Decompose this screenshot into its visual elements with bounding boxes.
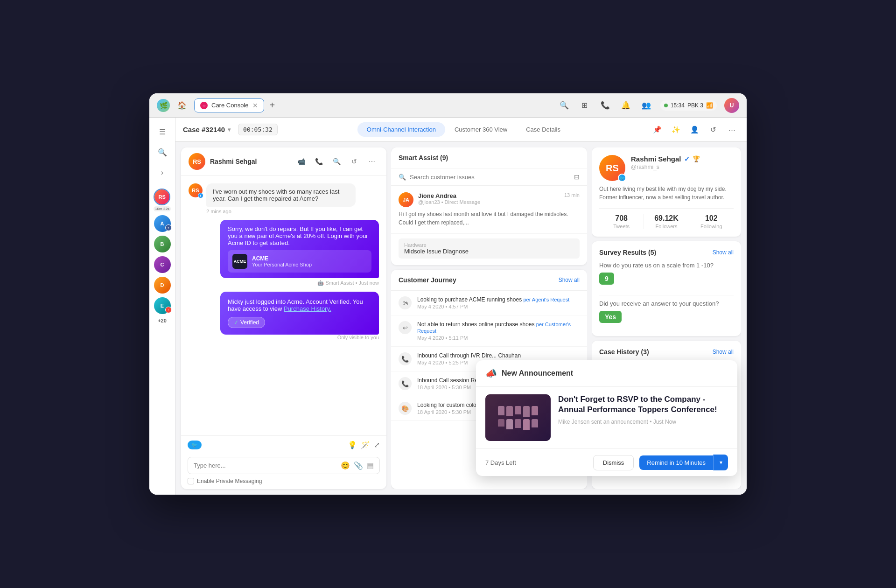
attach-icon[interactable]: 📎 xyxy=(354,461,363,470)
announcement-text: Don't Forget to RSVP to the Company - An… xyxy=(558,394,728,441)
msg-channel-badge: t xyxy=(198,193,203,198)
filter-icon[interactable]: ⊟ xyxy=(574,173,580,181)
survey-header: Survey Results (5) Show all xyxy=(599,249,734,256)
more-chat-icon[interactable]: ⋯ xyxy=(365,154,379,168)
lightbulb-icon[interactable]: 💡 xyxy=(348,441,357,449)
remind-dropdown-button[interactable]: ▾ xyxy=(713,455,728,470)
announcement-overlay: 📣 New Announcement xyxy=(476,360,737,476)
sidebar-avatar-active[interactable]: RS 10m 32s xyxy=(154,189,171,211)
issue-card-1[interactable]: JA Jione Andrea @jioan23 • Direct Messag… xyxy=(391,186,587,234)
tweets-value: 708 xyxy=(599,214,644,223)
sidebar-avatar-6[interactable]: E ! xyxy=(154,297,171,314)
profile-stats: 708 Tweets 69.12K Followers 102 Followin… xyxy=(599,208,734,229)
pin-icon[interactable]: 📌 xyxy=(650,122,665,137)
journey-icon-5: 🎨 xyxy=(399,402,412,415)
smart-assist-icon-small: 🤖 xyxy=(317,280,324,286)
smart-assist-panel: Smart Assist (9) 🔍 ⊟ JA Jione Andrea xyxy=(391,147,587,265)
journey-title-2: Not able to return shoes online purchase… xyxy=(417,321,580,334)
acme-card: ACME ACME Your Personal Acme Shop xyxy=(228,250,371,273)
survey-question-1: How do you rate us on a scale from 1 -10… xyxy=(599,262,734,269)
case-history-title: Case History (3) xyxy=(599,348,649,356)
journey-item-1[interactable]: 🛍 Looking to purchase ACME running shoes… xyxy=(391,291,587,315)
dismiss-button[interactable]: Dismiss xyxy=(593,455,634,470)
visibility-note: Only visible to you xyxy=(337,335,379,340)
case-number[interactable]: Case #32140 ▾ xyxy=(183,126,231,133)
call-icon[interactable]: 📞 xyxy=(312,154,326,168)
sidebar-avatar-5[interactable]: D xyxy=(154,277,171,294)
search-chat-icon[interactable]: 🔍 xyxy=(329,154,343,168)
journey-header: Customer Journey Show all xyxy=(391,270,587,291)
tab-label: Care Console xyxy=(211,102,249,109)
phone-icon[interactable]: 📞 xyxy=(599,99,612,112)
tab-omnichannel[interactable]: Omni-Channel Interaction xyxy=(357,122,445,137)
add-tab-button[interactable]: + xyxy=(270,100,275,111)
twitter-badge: 🐦 xyxy=(188,441,202,449)
journey-show-all[interactable]: Show all xyxy=(559,277,580,283)
journey-date-2: May 4 2020 • 5:11 PM xyxy=(417,335,580,341)
announcement-image xyxy=(485,394,551,441)
message-sent-verified: Micky just logged into Acme. Account Ver… xyxy=(189,292,379,340)
person-icon[interactable]: 👤 xyxy=(687,122,702,137)
msg-bubble-sent-1: Sorry, we don't do repairs. But If you l… xyxy=(220,220,379,278)
sidebar-search-icon[interactable]: 🔍 xyxy=(154,144,171,161)
checkbox[interactable] xyxy=(188,478,194,484)
journey-title-3: Inbound Call through IVR Dire... Chauhan xyxy=(417,352,580,359)
chat-panel: RS Rashmi Sehgal 📹 📞 🔍 ↺ ⋯ xyxy=(181,147,386,489)
smart-assist-title: Smart Assist (9) xyxy=(399,154,448,161)
grid-icon[interactable]: ⊞ xyxy=(578,99,591,112)
chat-messages: RS t I've worn out my shoes with so many… xyxy=(181,176,386,435)
tab-customer360[interactable]: Customer 360 View xyxy=(445,122,517,137)
stat-tweets: 708 Tweets xyxy=(599,214,644,229)
home-icon[interactable]: 🏠 xyxy=(175,99,189,112)
survey-panel: Survey Results (5) Show all How do you r… xyxy=(592,241,741,336)
video-icon[interactable]: 📹 xyxy=(294,154,308,168)
announcement-icon: 📣 xyxy=(485,368,497,379)
sidebar-avatar-4[interactable]: C xyxy=(154,256,171,273)
crowd-silhouettes xyxy=(498,406,538,430)
user-avatar[interactable]: U xyxy=(724,98,739,113)
announcement-image-overlay xyxy=(485,394,551,441)
magic-icon[interactable]: 🪄 xyxy=(361,441,370,449)
tab-case-details[interactable]: Case Details xyxy=(517,122,570,137)
format-icon[interactable]: ▤ xyxy=(367,461,374,470)
more-icon[interactable]: ⋯ xyxy=(724,122,739,137)
tab-icon: 💗 xyxy=(200,102,208,109)
profile-avatar: RS 🐦 xyxy=(599,155,625,181)
survey-answer-2: Yes xyxy=(599,311,622,323)
more-conversations[interactable]: +20 xyxy=(158,318,167,323)
refresh-chat-icon[interactable]: ↺ xyxy=(347,154,361,168)
profile-handle: @rashmi_s xyxy=(631,164,734,170)
bell-icon[interactable]: 🔔 xyxy=(619,99,632,112)
trophy-icon: 🏆 xyxy=(693,155,700,162)
journey-item-2[interactable]: ↩ Not able to return shoes online purcha… xyxy=(391,315,587,347)
refresh-icon[interactable]: ↺ xyxy=(706,122,721,137)
survey-title: Survey Results (5) xyxy=(599,249,656,256)
sparkle-icon[interactable]: ✨ xyxy=(668,122,683,137)
purchase-link[interactable]: Purchase History. xyxy=(284,305,331,312)
case-history-show-all[interactable]: Show all xyxy=(713,349,734,355)
sidebar-avatar-3[interactable]: B xyxy=(154,236,171,252)
search-browser-icon[interactable]: 🔍 xyxy=(558,99,571,112)
journey-title: Customer Journey xyxy=(399,276,456,284)
chat-input[interactable] xyxy=(194,462,337,469)
sidebar-avatar-2[interactable]: A f xyxy=(154,215,171,232)
case-chevron-icon: ▾ xyxy=(228,126,231,133)
emoji-icon[interactable]: 😊 xyxy=(341,461,350,470)
tab-close-icon[interactable]: ✕ xyxy=(252,102,258,109)
private-messaging-checkbox[interactable]: Enable Private Messaging xyxy=(188,478,380,484)
remind-button[interactable]: Remind in 10 Minutes xyxy=(639,455,713,470)
people-icon[interactable]: 👥 xyxy=(640,99,653,112)
survey-answer-1: 9 xyxy=(599,273,614,285)
survey-show-all[interactable]: Show all xyxy=(713,249,734,256)
journey-icon-3: 📞 xyxy=(399,352,412,365)
browser-tab[interactable]: 💗 Care Console ✕ xyxy=(194,98,264,112)
msg-bubble-1: I've worn out my shoes with so many race… xyxy=(206,183,356,207)
case-tabs: Omni-Channel Interaction Customer 360 Vi… xyxy=(285,122,642,137)
search-issues-input[interactable] xyxy=(410,174,570,181)
status-dot xyxy=(664,104,668,107)
expand-icon[interactable]: ⤢ xyxy=(374,441,380,449)
hamburger-icon[interactable]: ☰ xyxy=(154,123,171,140)
sidebar-expand-icon[interactable]: › xyxy=(154,164,171,181)
tweets-label: Tweets xyxy=(599,224,644,229)
case-history-header: Case History (3) Show all xyxy=(599,348,734,356)
